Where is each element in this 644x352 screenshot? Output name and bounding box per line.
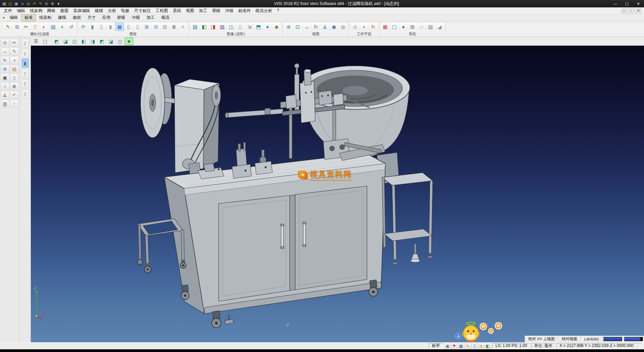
clipboard-button[interactable]: ▯ [10, 74, 19, 82]
panel-toggle-1-button[interactable]: ▯ [22, 39, 29, 47]
cylinder-shade-button[interactable]: ▮ [106, 23, 115, 31]
pan-button[interactable]: ↔ [303, 23, 311, 31]
right-view-button[interactable]: ◨ [89, 38, 97, 45]
bottom-view-button[interactable]: ◫ [116, 38, 124, 45]
edit-attributes-button[interactable]: ✎ [4, 23, 12, 31]
back-view-button[interactable]: ◩ [98, 38, 106, 45]
tab[interactable]: 应用 [99, 14, 113, 21]
tab[interactable]: 冲模 [129, 14, 143, 21]
qat-dropdown-button[interactable]: ▾ [56, 1, 61, 6]
menu-item[interactable]: 塑模 [210, 7, 223, 14]
box-select-button[interactable]: ▣ [1, 74, 9, 82]
page-button[interactable]: ▯ [236, 23, 245, 31]
redo-button[interactable]: ↷ [38, 1, 43, 6]
move-button[interactable]: ↔ [1, 47, 9, 55]
monitor-button[interactable]: ▢ [390, 23, 398, 31]
measure-button[interactable]: ∡ [321, 23, 329, 31]
sketch-button[interactable]: ✎ [10, 47, 19, 55]
tab[interactable]: 编辑 [7, 14, 21, 21]
menu-item[interactable]: 工程图 [153, 7, 171, 14]
match-properties-button[interactable]: ✂ [22, 23, 30, 31]
panel-toggle-3-button[interactable]: ▮ [22, 59, 29, 68]
menu-item[interactable]: 曲面 [58, 7, 71, 14]
view-list-button[interactable]: ☰ [32, 38, 40, 45]
element-filter-button[interactable]: ▽ [31, 23, 39, 31]
tab[interactable]: 线架构 [36, 14, 54, 21]
wireframe-button[interactable]: ▤ [191, 23, 199, 31]
menu-item[interactable]: 编辑 [14, 7, 28, 14]
tab[interactable]: 加工 [144, 14, 158, 21]
top-view-button[interactable]: ◫ [70, 38, 79, 45]
iso-view-sw-button[interactable]: ◩ [52, 38, 61, 45]
zoom-window-button[interactable]: ⊡ [293, 23, 302, 31]
doc-grid-button[interactable]: ⊞ [143, 23, 151, 31]
menu-item[interactable]: 实体编辑 [71, 7, 93, 14]
zoom-button[interactable]: ⊙ [1, 39, 9, 47]
undo-button[interactable]: ↶ [32, 1, 37, 6]
menu-item[interactable]: 分析 [106, 7, 119, 14]
material-button[interactable]: ◆ [272, 23, 281, 31]
view-mode-indicator[interactable]: 绝对 XY 上视图 [525, 336, 558, 342]
viewport-3d[interactable]: ✦ 模具资料网 Z Z A [31, 46, 644, 342]
zoom-all-button[interactable]: ⊕ [284, 23, 293, 31]
snap-lock-button[interactable]: ▣ [444, 343, 450, 349]
panel-toggle-6-button[interactable]: ▯ [22, 89, 29, 98]
front-view-button[interactable]: ◧ [79, 38, 88, 45]
settings-button[interactable]: ⚙ [50, 1, 55, 6]
rendered-button[interactable]: ▨ [218, 23, 226, 31]
folder-button[interactable]: ⧉ [478, 343, 484, 349]
sheet-stack-button[interactable]: ⧉ [152, 23, 160, 31]
cylinder-wire-button[interactable]: ▯ [97, 23, 106, 31]
print-button[interactable]: ⎙ [25, 1, 31, 6]
clear-filter-button[interactable]: ↺ [67, 23, 75, 31]
shaded-button[interactable]: ◨ [209, 23, 217, 31]
view-single-button[interactable]: ▢ [41, 38, 49, 45]
dots-grid-button[interactable]: ∷ [417, 23, 426, 31]
page-arrow-button[interactable]: ⇲ [245, 23, 254, 31]
panel-toggle-5-button[interactable]: ▯ [22, 79, 29, 88]
menu-item[interactable]: 网格 [45, 7, 58, 14]
ramp-button[interactable]: ◢ [435, 23, 444, 31]
menu-item[interactable]: 加工 [197, 7, 210, 14]
regen-button[interactable]: ⟳ [79, 23, 88, 31]
copy-attributes-button[interactable]: ⧉ [13, 23, 21, 31]
measure-tool-button[interactable]: ∡ [1, 91, 9, 99]
color-filter-button[interactable]: ◐ [40, 23, 48, 31]
layer-filter-button[interactable]: ▤ [49, 23, 57, 31]
flag-button[interactable]: ⚑ [451, 343, 457, 349]
selection-count-button[interactable]: 2 [471, 343, 477, 349]
info-button[interactable]: i [1, 82, 9, 90]
doc-restore-button[interactable]: ▫ [629, 8, 634, 13]
close-button[interactable]: ✕ [633, 0, 644, 7]
doc-blue-button[interactable]: ▯ [124, 23, 133, 31]
menu-item[interactable]: 线架构 [28, 7, 45, 14]
list-button[interactable]: ≣ [170, 23, 178, 31]
layers-button[interactable]: ⧉ [44, 1, 49, 6]
left-view-button[interactable]: ◪ [107, 38, 115, 45]
image-capture-button[interactable]: ▦ [458, 343, 464, 349]
menu-item[interactable]: 尺寸标注 [132, 7, 153, 14]
export-tool-button[interactable]: ↑ [10, 100, 19, 108]
minimize-button[interactable]: — [610, 0, 621, 7]
panel-toggle-2-button[interactable]: ▯ [22, 49, 29, 57]
active-layer-indicator[interactable]: LAYER0 [581, 336, 602, 342]
menu-item[interactable]: 建模 [93, 7, 106, 14]
save-button[interactable]: ▣ [13, 1, 19, 6]
workplane-cube-button[interactable]: ◧ [485, 343, 491, 349]
dynamic-section-button[interactable]: ◫ [227, 23, 235, 31]
menu-item[interactable]: 文件 [1, 7, 14, 14]
clip-plane-button[interactable]: ⬒ [254, 23, 263, 31]
tab[interactable]: 塑模 [114, 14, 128, 21]
maximize-button[interactable]: ▢ [621, 0, 633, 7]
annotate-button[interactable]: ✎ [465, 343, 471, 349]
tab[interactable]: 建模 [55, 14, 69, 21]
type-filter-button[interactable]: ⌖ [58, 23, 66, 31]
doc-minimize-button[interactable]: — [622, 8, 627, 13]
eye-view-button[interactable]: ◉ [330, 23, 338, 31]
iso-view-se-button[interactable]: ◪ [61, 38, 70, 45]
rotate-view-button[interactable]: ↻ [312, 23, 320, 31]
notes-button[interactable]: ▤ [10, 65, 19, 73]
menu-item[interactable]: 模流分析 [253, 7, 275, 14]
calc-button[interactable]: ⌗ [179, 23, 187, 31]
tab-dropdown-button[interactable]: ▾ [1, 15, 6, 21]
